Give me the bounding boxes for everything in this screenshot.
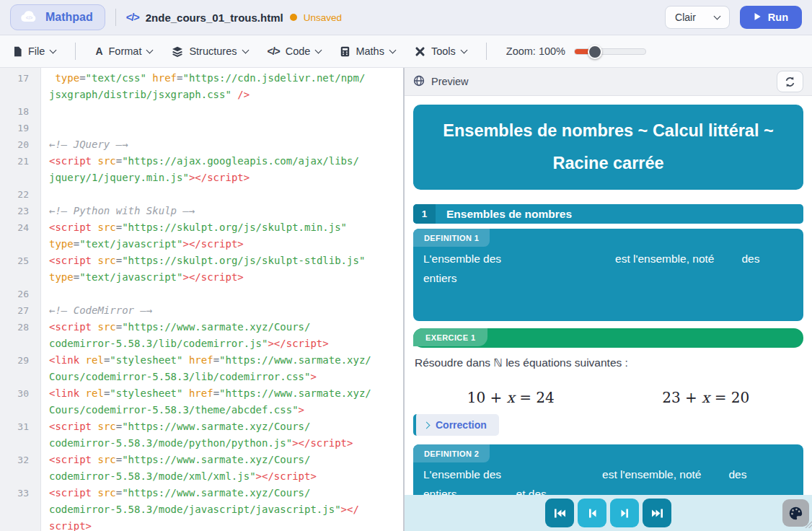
definition-text: L'ensemble des <box>423 253 501 265</box>
zoom-label: Zoom: 100% <box>506 45 565 57</box>
code-line[interactable]: 18 <box>0 103 403 120</box>
menu-maths[interactable]: Maths <box>340 45 395 57</box>
code-line[interactable]: 24<script src="https://skulpt.org/js/sku… <box>0 219 403 253</box>
refresh-button[interactable] <box>777 71 803 92</box>
line-number: 18 <box>0 103 40 120</box>
menu-file[interactable]: File <box>13 45 56 57</box>
code-line[interactable]: 30<link rel="stylesheet" href="https://w… <box>0 385 403 418</box>
code-line[interactable]: 19 <box>0 120 403 136</box>
line-content[interactable]: <script src="https://www.sarmate.xyz/Cou… <box>40 452 403 485</box>
next-button[interactable] <box>610 499 639 527</box>
code-line[interactable]: 28<script src="https://www.sarmate.xyz/C… <box>0 319 403 352</box>
line-content[interactable]: <link rel="stylesheet" href="https://www… <box>40 385 403 418</box>
zoom-control: Zoom: 100% <box>506 45 646 57</box>
definition-text: des <box>741 253 759 265</box>
run-button[interactable]: Run <box>740 6 802 29</box>
file-tab[interactable]: </> 2nde_cours_01_trous.html Unsaved <box>126 12 342 24</box>
unsaved-label: Unsaved <box>304 12 342 23</box>
code-line[interactable]: 22 <box>0 186 403 203</box>
code-line[interactable]: 32<script src="https://www.sarmate.xyz/C… <box>0 452 403 485</box>
play-icon <box>754 12 762 23</box>
code-line[interactable]: 20←!— JQuery —→ <box>0 136 403 153</box>
logo-text: Mathpad <box>45 11 93 24</box>
code-editor[interactable]: 17 type="text/css" href="https://cdn.jsd… <box>0 68 405 531</box>
line-content[interactable]: ←!— CodeMirror —→ <box>40 302 403 319</box>
line-number: 22 <box>0 186 40 203</box>
line-number: 23 <box>0 203 40 219</box>
section-number: 1 <box>413 204 436 224</box>
correction-label: Correction <box>436 419 487 431</box>
globe-icon <box>413 75 425 89</box>
line-content[interactable]: <link rel="stylesheet" href="https://www… <box>40 352 403 385</box>
line-content[interactable]: <script src="https://www.sarmate.xyz/Cou… <box>40 319 403 352</box>
skip-to-start-button[interactable] <box>545 499 574 527</box>
preview-header: Preview <box>405 68 812 96</box>
line-content[interactable]: <script src="https://skulpt.org/js/skulp… <box>40 253 403 286</box>
correction-toggle[interactable]: Correction <box>413 414 499 436</box>
code-line[interactable]: 23←!— Python with Skulp —→ <box>0 203 403 219</box>
menu-tools[interactable]: Tools <box>415 45 467 57</box>
line-number: 33 <box>0 485 40 531</box>
chevron-down-icon <box>460 47 467 54</box>
line-content[interactable]: <script src="https://ajax.googleapis.com… <box>40 153 403 186</box>
file-icon <box>13 46 22 57</box>
zoom-slider-thumb[interactable] <box>588 45 602 59</box>
menu-format[interactable]: A Format <box>95 45 152 57</box>
chevron-down-icon <box>713 13 720 20</box>
code-line[interactable]: 25<script src="https://skulpt.org/js/sku… <box>0 253 403 286</box>
format-icon: A <box>95 45 102 57</box>
code-line[interactable]: 17 type="text/css" href="https://cdn.jsd… <box>0 70 403 103</box>
divider <box>75 43 76 60</box>
definition-1-text: L'ensemble desest l'ensemble, notédesent… <box>413 247 803 290</box>
mathpad-logo-button[interactable]: </> Mathpad <box>10 4 105 30</box>
code-line[interactable]: 33<script src="https://www.sarmate.xyz/C… <box>0 485 403 531</box>
zoom-slider[interactable] <box>574 48 646 55</box>
skip-to-end-button[interactable] <box>643 499 671 527</box>
line-content[interactable]: ←!— Python with Skulp —→ <box>40 203 403 219</box>
step-back-icon <box>588 508 597 519</box>
line-content[interactable]: <script src="https://skulpt.org/js/skulp… <box>40 219 403 253</box>
definition-1-box: DEFINITION 1 L'ensemble desest l'ensembl… <box>413 229 803 321</box>
top-bar: </> Mathpad </> 2nde_cours_01_trous.html… <box>0 0 812 35</box>
line-content[interactable]: <script src="https://www.sarmate.xyz/Cou… <box>40 485 403 531</box>
theme-select[interactable]: Clair <box>665 6 730 29</box>
exercise-prompt: Résoudre dans ℕ les équations suivantes … <box>415 356 802 369</box>
code-line[interactable]: 31<script src="https://www.sarmate.xyz/C… <box>0 418 403 452</box>
layers-icon <box>172 46 183 57</box>
line-content[interactable] <box>40 103 403 120</box>
line-content[interactable]: type="text/css" href="https://cdn.jsdeli… <box>40 70 403 103</box>
chevron-down-icon <box>389 47 396 54</box>
section-title: Ensembles de nombres <box>446 208 572 221</box>
line-content[interactable]: ←!— JQuery —→ <box>40 136 403 153</box>
line-content[interactable] <box>40 286 403 302</box>
definition-text: des <box>728 468 746 480</box>
code-line[interactable]: 27←!— CodeMirror —→ <box>0 302 403 319</box>
unsaved-dot-icon <box>290 14 297 21</box>
previous-button[interactable] <box>578 499 606 527</box>
code-lines: 17 type="text/css" href="https://cdn.jsd… <box>0 68 403 531</box>
line-number: 25 <box>0 253 40 286</box>
exercise-1-badge: EXERCICE 1 <box>413 328 487 346</box>
tools-icon <box>415 46 425 57</box>
code-line[interactable]: 29<link rel="stylesheet" href="https://w… <box>0 352 403 385</box>
menu-label: Code <box>286 45 311 57</box>
run-label: Run <box>768 12 788 23</box>
line-content[interactable]: <script src="https://www.sarmate.xyz/Cou… <box>40 418 403 452</box>
menu-code[interactable]: </> Code <box>268 45 322 57</box>
line-content[interactable] <box>40 186 403 203</box>
menu-label: Format <box>109 45 142 57</box>
refresh-icon <box>784 76 796 88</box>
code-line[interactable]: 26 <box>0 286 403 302</box>
menu-label: Structures <box>189 45 237 57</box>
blank-gap <box>714 262 741 263</box>
line-number: 30 <box>0 385 40 418</box>
line-content[interactable] <box>40 120 403 136</box>
resize-handle-icon[interactable] <box>803 518 812 531</box>
menu-structures[interactable]: Structures <box>172 45 247 57</box>
skip-start-icon <box>554 508 566 519</box>
code-line[interactable]: 21<script src="https://ajax.googleapis.c… <box>0 153 403 186</box>
line-number: 24 <box>0 219 40 253</box>
divider <box>486 43 487 60</box>
menu-label: File <box>28 45 45 57</box>
definition-text: est l'ensemble, noté <box>615 253 714 265</box>
